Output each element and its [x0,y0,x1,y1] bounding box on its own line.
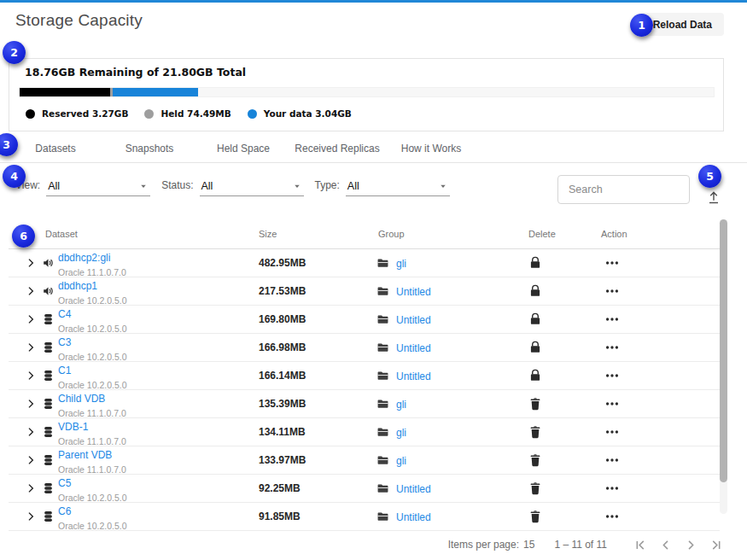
previous-page-icon[interactable] [658,538,673,552]
table-body: dbdhcp2:gli Oracle 11.1.0.7.0 482.95MB g… [9,249,720,531]
export-icon[interactable] [705,189,722,206]
last-page-icon[interactable] [709,538,724,552]
filter-control: Status: All [161,179,303,196]
tab-received-replicas[interactable]: Received Replicas [290,134,384,162]
group-cell: Untitled [376,313,431,326]
group-link[interactable]: gli [396,257,406,269]
trash-icon[interactable] [528,509,543,524]
dataset-name-link[interactable]: C1 [58,365,127,376]
dataset-name-cell: C3 Oracle 10.2.0.5.0 [58,336,127,364]
dataset-name-cell: VDB-1 Oracle 11.1.0.7.0 [58,421,126,448]
lock-icon[interactable] [528,283,543,299]
filter-select[interactable]: All [46,180,150,196]
dataset-version: Oracle 11.1.0.7.0 [58,464,126,475]
expand-chevron-icon[interactable] [25,257,37,269]
dataset-size: 482.95MB [259,257,306,269]
lock-icon[interactable] [528,255,543,271]
filter-label: Status: [161,179,193,196]
group-link[interactable]: gli [396,426,406,438]
lock-icon[interactable] [528,312,543,327]
dataset-size: 166.98MB [259,341,306,353]
dataset-version: Oracle 10.2.0.5.0 [58,521,127,531]
dataset-name-link[interactable]: Parent VDB [58,449,126,461]
dataset-name-link[interactable]: dbdhcp2:gli [58,252,126,264]
group-link[interactable]: Untitled [396,313,431,325]
group-link[interactable]: gli [396,398,406,410]
dataset-name-link[interactable]: C3 [58,336,127,348]
dataset-size: 217.53MB [259,285,306,297]
search-input[interactable] [557,175,690,204]
row-actions-icon[interactable] [604,480,621,497]
table-row: C5 Oracle 10.2.0.5.0 92.25MB Untitled [9,475,720,503]
trash-icon[interactable] [528,452,543,468]
table-row: VDB-1 Oracle 11.1.0.7.0 134.11MB gli [9,418,720,446]
table-row: C1 Oracle 10.2.0.5.0 166.14MB Untitled [9,362,720,390]
folder-icon [376,341,389,354]
expand-chevron-icon[interactable] [25,426,37,438]
tab-how-it-works[interactable]: How it Works [384,134,478,162]
row-actions-icon[interactable] [604,395,621,412]
expand-chevron-icon[interactable] [25,398,37,410]
expand-chevron-icon[interactable] [25,370,37,382]
trash-icon[interactable] [528,424,543,440]
row-actions-icon[interactable] [604,254,621,271]
group-link[interactable]: Untitled [396,510,431,522]
tab-snapshots[interactable]: Snapshots [102,134,196,162]
next-page-icon[interactable] [684,538,698,552]
folder-icon [376,313,389,326]
items-per-page-value[interactable]: 15 [523,539,534,551]
dataset-name-link[interactable]: C6 [58,505,127,517]
column-header-delete: Delete [528,219,556,249]
filter-select[interactable]: All [346,180,450,196]
tab-datasets[interactable]: Datasets [9,134,102,162]
trash-icon[interactable] [528,481,543,496]
lock-icon[interactable] [528,368,543,383]
row-actions-icon[interactable] [604,367,621,384]
legend-label: Reserved 3.27GB [42,108,128,119]
row-actions-icon[interactable] [604,283,621,300]
row-actions-icon[interactable] [604,508,621,525]
expand-chevron-icon[interactable] [25,482,37,494]
reload-data-button[interactable]: Reload Data [641,13,724,36]
tab-held-space[interactable]: Held Space [196,134,290,162]
folder-icon [376,398,389,411]
row-actions-icon[interactable] [604,311,621,328]
legend-item: Reserved 3.27GB [26,108,128,119]
dataset-name-cell: Child VDB Oracle 11.1.0.7.0 [58,393,126,420]
expand-chevron-icon[interactable] [25,341,37,353]
trash-icon[interactable] [528,396,543,411]
dataset-name-link[interactable]: C5 [58,477,127,489]
vdb-icon [42,313,55,326]
group-link[interactable]: Untitled [396,482,431,494]
vdb-icon [42,510,55,523]
expand-chevron-icon[interactable] [25,313,37,325]
group-link[interactable]: gli [396,454,406,466]
group-link[interactable]: Untitled [396,370,431,382]
folder-icon [376,370,389,382]
row-actions-icon[interactable] [604,423,621,440]
first-page-icon[interactable] [633,538,647,552]
dataset-name-cell: C1 Oracle 10.2.0.5.0 [58,365,127,392]
column-header-action: Action [601,219,627,249]
group-cell: Untitled [376,341,431,354]
callout-badge: 6 [12,225,35,248]
dsource-icon [42,285,55,298]
row-actions-icon[interactable] [604,452,621,469]
dataset-name-link[interactable]: C4 [58,308,127,320]
scrollbar-thumb[interactable] [720,219,727,482]
lock-icon[interactable] [528,340,543,355]
filter-select[interactable]: All [200,180,304,196]
group-link[interactable]: Untitled [396,285,431,297]
dataset-name-cell: Parent VDB Oracle 11.1.0.7.0 [58,449,126,476]
expand-chevron-icon[interactable] [25,454,37,466]
dataset-name-link[interactable]: dbdhcp1 [58,280,127,292]
expand-chevron-icon[interactable] [25,285,37,297]
expand-chevron-icon[interactable] [25,510,37,522]
dataset-name-link[interactable]: VDB-1 [58,421,126,433]
row-actions-icon[interactable] [604,339,621,356]
dataset-version: Oracle 11.1.0.7.0 [58,267,126,277]
group-cell: Untitled [376,370,431,382]
dataset-name-link[interactable]: Child VDB [58,393,126,405]
vdb-icon [42,426,55,439]
group-link[interactable]: Untitled [396,341,431,353]
